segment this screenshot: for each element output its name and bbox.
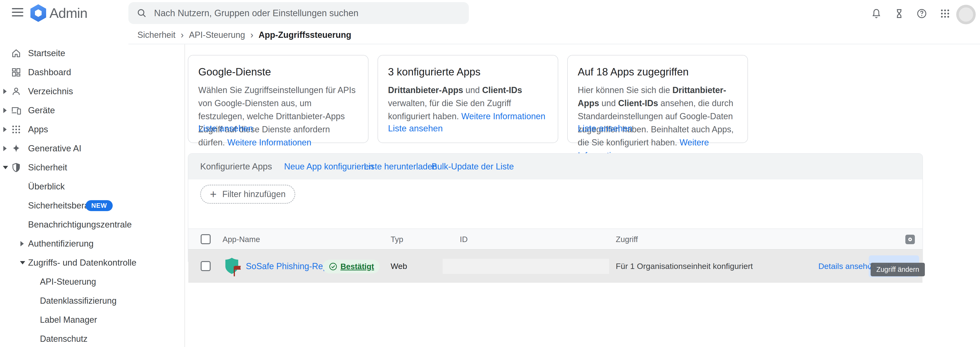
bell-icon[interactable] — [871, 8, 882, 19]
sidebar-item-label: Label Manager — [40, 315, 97, 325]
sidebar-item-label: Verzeichnis — [28, 86, 73, 96]
bulk-update-der-liste-link[interactable]: Bulk-Update der Liste — [431, 154, 514, 179]
card-body: Drittanbieter-Apps und Client-IDs verwal… — [388, 83, 548, 123]
home-icon — [11, 48, 21, 59]
tooltip: Zugriff ändern — [871, 263, 925, 276]
menu-icon[interactable] — [12, 8, 23, 18]
app-type: Web — [391, 249, 407, 283]
sidebar-item-generative-ai[interactable]: Generative AI — [0, 139, 185, 158]
help-icon[interactable] — [916, 8, 927, 19]
sidebar-item-label-manager[interactable]: Label Manager — [0, 310, 185, 329]
sidebar: Startseite Dashboard Verzeichnis Geräte … — [0, 44, 185, 347]
verified-badge[interactable]: Bestätigt — [323, 260, 380, 273]
sidebar-item-label: Apps — [28, 125, 48, 134]
column-header-app-name: App-Name — [223, 229, 260, 249]
sidebar-item-label: Datenklassifizierung — [40, 296, 116, 306]
sidebar-item-verzeichnis[interactable]: Verzeichnis — [0, 82, 185, 101]
sidebar-item-label: Generative AI — [28, 144, 81, 154]
add-filter-button[interactable]: + Filter hinzufügen — [200, 185, 295, 204]
sidebar-item-datenschutz[interactable]: Datenschutz — [0, 329, 185, 347]
apps-grid-icon[interactable] — [940, 8, 951, 19]
manage-columns-gear-icon[interactable] — [905, 235, 915, 244]
card-text: Hier können Sie sich die — [578, 85, 672, 95]
weitere-informationen-link[interactable]: Weitere Informationen — [227, 138, 312, 147]
breadcrumb: Sicherheit › API-Steuerung › App-Zugriff… — [137, 26, 352, 44]
card-body: Wählen Sie Zugriffseinstellungen für API… — [198, 83, 358, 149]
chevron-right-icon[interactable] — [3, 89, 6, 94]
sidebar-item-sicherheitsberater[interactable]: Sicherheitsberater NEW — [0, 196, 185, 215]
card-konfigurierte-apps: 3 konfigurierte Apps Drittanbieter-Apps … — [377, 55, 558, 143]
add-filter-label: Filter hinzufügen — [222, 189, 286, 199]
search-bar[interactable] — [128, 2, 469, 24]
sidebar-item-geraete[interactable]: Geräte — [0, 101, 185, 120]
sidebar-item-label: Startseite — [28, 48, 65, 58]
app-id-redacted — [443, 259, 609, 274]
google-admin-logo-icon — [30, 4, 46, 22]
person-icon — [11, 86, 21, 97]
hourglass-icon[interactable] — [894, 8, 905, 19]
details-ansehen-link[interactable]: Details ansehen — [818, 249, 877, 283]
liste-ansehen-link[interactable]: Liste ansehen — [578, 123, 632, 134]
column-header-id: ID — [460, 229, 468, 249]
table-row[interactable]: SoSafe Phishing-Reporting Bestätigt Web … — [188, 249, 923, 283]
chevron-right-icon[interactable] — [3, 146, 6, 151]
sidebar-item-authentifizierung[interactable]: Authentifizierung — [0, 234, 185, 253]
sidebar-item-api-steuerung[interactable]: API-Steuerung — [0, 272, 185, 291]
column-header-zugriff: Zugriff — [616, 229, 638, 249]
avatar[interactable] — [956, 5, 976, 24]
topbar: Admin — [0, 0, 980, 26]
chevron-right-icon[interactable] — [21, 241, 24, 246]
breadcrumb-sicherheit[interactable]: Sicherheit — [137, 30, 175, 40]
table-header-row: App-Name Typ ID Zugriff — [188, 229, 923, 249]
liste-ansehen-link[interactable]: Liste ansehen — [198, 123, 253, 134]
row-checkbox[interactable] — [200, 261, 211, 271]
sidebar-item-label: Sicherheit — [28, 163, 67, 173]
sidebar-item-sicherheit[interactable]: Sicherheit — [0, 158, 185, 177]
admin-console-page: Admin Sicherheit › API-Steuerung › App-Z… — [0, 0, 980, 347]
card-text: und — [463, 85, 482, 95]
card-title: Auf 18 Apps zugegriffen — [578, 66, 689, 78]
search-icon — [137, 8, 147, 18]
sidebar-item-label: Geräte — [28, 106, 55, 115]
sidebar-item-zugriffs-und-datenkontrolle[interactable]: Zugriffs- und Datenkontrolle — [0, 253, 185, 272]
card-text: Drittanbieter-Apps — [388, 85, 463, 95]
sidebar-item-ueberblick[interactable]: Überblick — [0, 177, 185, 196]
sidebar-item-apps[interactable]: Apps — [0, 120, 185, 139]
select-all-checkbox[interactable] — [200, 234, 211, 244]
card-text: und — [599, 98, 618, 108]
chevron-down-icon[interactable] — [20, 261, 25, 264]
breadcrumb-api-steuerung[interactable]: API-Steuerung — [189, 30, 245, 40]
sidebar-item-startseite[interactable]: Startseite — [0, 44, 185, 63]
sidebar-item-label: API-Steuerung — [40, 277, 96, 287]
sidebar-divider — [185, 44, 185, 347]
liste-ansehen-link[interactable]: Liste ansehen — [388, 123, 443, 134]
sidebar-item-label: Datenschutz — [40, 334, 88, 344]
dashboard-icon — [11, 67, 21, 78]
chevron-right-icon[interactable] — [3, 127, 6, 132]
breadcrumb-separator: › — [181, 30, 184, 40]
configured-apps-table: Konfigurierte Apps Neue App konfiguriere… — [188, 153, 923, 262]
sosafe-app-logo-icon — [225, 257, 244, 278]
product-name: Admin — [49, 0, 87, 26]
sidebar-item-benachrichtigungszentrale[interactable]: Benachrichtigungszentrale — [0, 215, 185, 234]
access-status: Für 1 Organisationseinheit konfiguriert — [616, 249, 753, 283]
search-input[interactable] — [154, 8, 469, 19]
card-title: 3 konfigurierte Apps — [388, 66, 480, 78]
column-header-typ: Typ — [391, 229, 403, 249]
chevron-right-icon[interactable] — [3, 108, 6, 113]
plus-icon: + — [210, 189, 216, 200]
devices-icon — [11, 105, 21, 116]
sidebar-item-label: Benachrichtigungszentrale — [28, 220, 132, 230]
chevron-down-icon[interactable] — [3, 166, 8, 169]
liste-herunterladen-link[interactable]: Liste herunterladen — [364, 154, 437, 179]
sidebar-item-dashboard[interactable]: Dashboard — [0, 63, 185, 82]
neue-app-konfigurieren-link[interactable]: Neue App konfigurieren — [284, 154, 374, 179]
breadcrumb-divider — [128, 44, 980, 44]
sidebar-item-datenklassifizierung[interactable]: Datenklassifizierung — [0, 291, 185, 310]
card-body: Hier können Sie sich die Drittanbieter-A… — [578, 83, 738, 162]
weitere-informationen-link[interactable]: Weitere Informationen — [461, 111, 546, 121]
sidebar-item-label: Dashboard — [28, 67, 71, 77]
sidebar-item-label: Zugriffs- und Datenkontrolle — [28, 258, 137, 268]
card-title: Google-Dienste — [198, 66, 271, 78]
sparkle-icon — [11, 143, 21, 154]
